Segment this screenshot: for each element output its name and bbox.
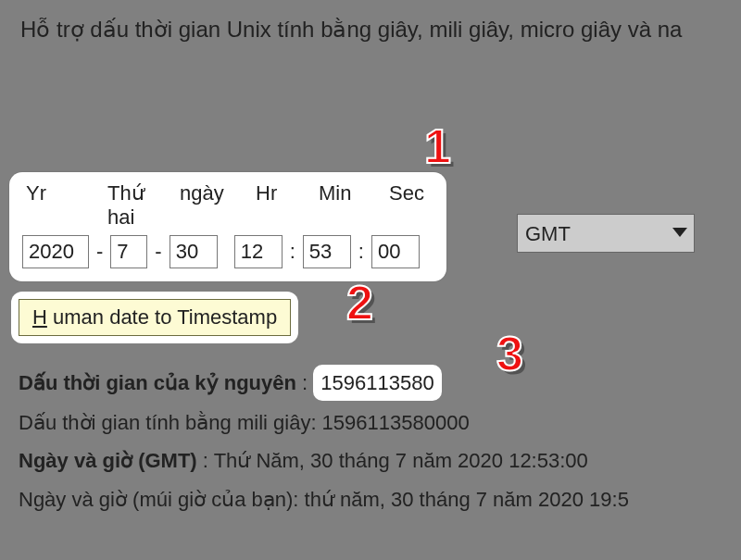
day-input[interactable] <box>170 235 218 268</box>
convert-button-wrap: H uman date to Timestamp <box>11 292 298 343</box>
epoch-sep: : <box>296 371 313 394</box>
gmt-label: Ngày và giờ (GMT) <box>19 449 197 472</box>
epoch-label: Dấu thời gian của kỷ nguyên <box>19 371 296 394</box>
year-input[interactable] <box>22 235 89 268</box>
colon-1: : <box>283 240 303 264</box>
gmt-rest: : Thứ Năm, 30 tháng 7 năm 2020 12:53:00 <box>197 449 588 472</box>
ms-line: Dấu thời gian tính bằng mili giây: 15961… <box>19 406 629 439</box>
date-input-panel: Yr Thứ hai ngày Hr Min Sec - - : : <box>9 172 446 281</box>
label-year: Yr <box>24 181 106 205</box>
button-hotkey-letter: H <box>32 305 47 329</box>
sep-1: - <box>89 240 110 264</box>
hour-input[interactable] <box>234 235 283 268</box>
label-day: ngày <box>178 181 254 205</box>
callout-3: 3 <box>496 326 523 381</box>
label-min: Min <box>317 181 387 205</box>
label-hour: Hr <box>254 181 317 205</box>
local-line: Ngày và giờ (múi giờ của bạn): thứ năm, … <box>19 483 629 516</box>
callout-1: 1 <box>424 118 451 174</box>
month-input[interactable] <box>110 235 147 268</box>
results-block: Dấu thời gian của kỷ nguyên : 1596113580… <box>19 365 629 521</box>
callout-2: 2 <box>346 275 373 330</box>
sep-2: - <box>147 240 169 264</box>
label-sec: Sec <box>387 181 433 205</box>
human-to-timestamp-button[interactable]: H uman date to Timestamp <box>19 299 291 336</box>
epoch-timestamp-value: 1596113580 <box>313 365 441 401</box>
button-rest-label: uman date to Timestamp <box>47 305 277 329</box>
minute-input[interactable] <box>303 235 351 268</box>
label-month: Thứ hai <box>106 181 178 230</box>
colon-2: : <box>351 240 371 264</box>
second-input[interactable] <box>371 235 420 268</box>
timezone-select[interactable]: GMT <box>517 214 695 253</box>
intro-text: Hỗ trợ dấu thời gian Unix tính bằng giây… <box>20 17 682 43</box>
